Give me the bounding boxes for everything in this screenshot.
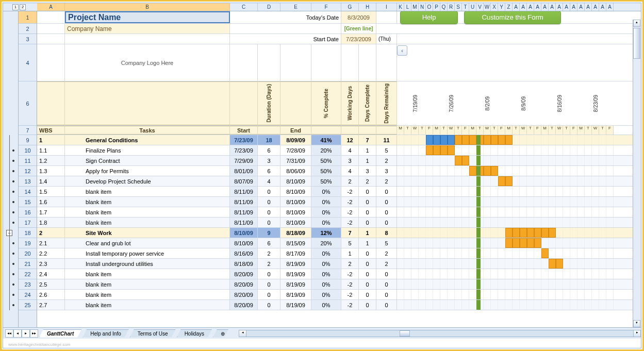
- col-header-gantt-24[interactable]: A: [570, 3, 577, 11]
- working-days-cell[interactable]: -2: [341, 279, 359, 289]
- row-number-11[interactable]: 11: [19, 156, 37, 166]
- start-date-cell[interactable]: 8/20/09: [230, 279, 258, 289]
- days-remaining-cell[interactable]: 2: [376, 176, 397, 186]
- end-date-cell[interactable]: 8/09/09: [280, 135, 311, 145]
- row-number-9[interactable]: 9: [19, 135, 37, 145]
- sheet-tab-holidays[interactable]: Holidays: [177, 329, 212, 338]
- task-name-cell[interactable]: Install temporary power service: [65, 248, 230, 258]
- percent-cell[interactable]: 50%: [311, 176, 341, 186]
- start-date-cell[interactable]: 8/20/09: [230, 290, 258, 299]
- start-date-cell[interactable]: 8/11/09: [230, 187, 258, 196]
- percent-cell[interactable]: 0%: [311, 279, 341, 289]
- end-date-cell[interactable]: 8/19/09: [280, 279, 311, 289]
- end-date-cell[interactable]: 8/10/09: [280, 218, 311, 227]
- days-complete-cell[interactable]: 7: [359, 135, 376, 145]
- col-header-gantt-16[interactable]: A: [513, 3, 520, 11]
- start-date-cell[interactable]: 8/11/09: [230, 218, 258, 227]
- task-row[interactable]: 1.7 blank item 8/11/09 0 8/10/09 0% -2 0…: [37, 207, 641, 218]
- task-row[interactable]: 2 Site Work 8/10/09 9 8/18/09 12% 7 1 8: [37, 228, 641, 238]
- wbs-cell[interactable]: 1.7: [37, 207, 65, 217]
- wbs-cell[interactable]: 1.4: [37, 176, 65, 186]
- task-row[interactable]: 2.4 blank item 8/20/09 0 8/19/09 0% -2 0…: [37, 269, 641, 279]
- percent-cell[interactable]: 50%: [311, 156, 341, 165]
- row-number-15[interactable]: 15: [19, 197, 37, 207]
- percent-cell[interactable]: 0%: [311, 248, 341, 258]
- task-row[interactable]: 1.1 Finalize Plans 7/23/09 6 7/28/09 20%…: [37, 145, 641, 156]
- outline-level-2[interactable]: 2: [20, 4, 26, 10]
- working-days-cell[interactable]: 5: [341, 238, 359, 248]
- col-header-B[interactable]: B: [65, 3, 230, 11]
- percent-cell[interactable]: 0%: [311, 207, 341, 217]
- row-number-24[interactable]: 24: [19, 290, 37, 300]
- col-header-gantt-2[interactable]: M: [411, 3, 419, 11]
- end-date-cell[interactable]: 8/15/09: [280, 238, 311, 248]
- working-days-cell[interactable]: 12: [341, 135, 359, 145]
- working-days-cell[interactable]: 2: [341, 176, 359, 186]
- percent-cell[interactable]: 0%: [311, 300, 341, 310]
- row-number-18[interactable]: 18: [19, 228, 37, 238]
- percent-cell[interactable]: 12%: [311, 228, 341, 238]
- row-number-2[interactable]: 2: [19, 24, 37, 34]
- col-header-F[interactable]: F: [311, 3, 341, 11]
- end-date-cell[interactable]: 8/06/09: [280, 166, 311, 176]
- end-date-cell[interactable]: 8/18/09: [280, 228, 311, 238]
- row-number-10[interactable]: 10: [19, 145, 37, 156]
- duration-cell[interactable]: 0: [258, 290, 280, 299]
- wbs-cell[interactable]: 1.3: [37, 166, 65, 176]
- working-days-cell[interactable]: -2: [341, 300, 359, 310]
- end-date-cell[interactable]: 8/19/09: [280, 259, 311, 269]
- row-number-13[interactable]: 13: [19, 176, 37, 187]
- duration-cell[interactable]: 9: [258, 228, 280, 238]
- days-complete-cell[interactable]: 0: [359, 279, 376, 289]
- days-complete-cell[interactable]: 0: [359, 300, 376, 310]
- duration-cell[interactable]: 6: [258, 238, 280, 248]
- col-header-gantt-18[interactable]: A: [527, 3, 534, 11]
- start-date-cell[interactable]: 8/18/09: [230, 259, 258, 269]
- percent-cell[interactable]: 0%: [311, 290, 341, 299]
- tab-nav-next[interactable]: ▸: [22, 329, 30, 338]
- task-row[interactable]: 1.6 blank item 8/11/09 0 8/10/09 0% -2 0…: [37, 197, 641, 207]
- days-remaining-cell[interactable]: 2: [376, 259, 397, 269]
- percent-cell[interactable]: 0%: [311, 269, 341, 279]
- working-days-cell[interactable]: 3: [341, 156, 359, 165]
- percent-cell[interactable]: 0%: [311, 218, 341, 227]
- duration-cell[interactable]: 18: [258, 135, 280, 145]
- task-row[interactable]: 1 General Conditions 7/23/09 18 8/09/09 …: [37, 135, 641, 145]
- row-number-4[interactable]: 4: [19, 44, 37, 81]
- vertical-scrollbar[interactable]: ▴ ▾: [633, 20, 641, 327]
- end-date-cell[interactable]: 8/19/09: [280, 269, 311, 279]
- wbs-cell[interactable]: 2.2: [37, 248, 65, 258]
- row-number-7[interactable]: 7: [19, 126, 37, 135]
- duration-cell[interactable]: 2: [258, 248, 280, 258]
- task-row[interactable]: 2.2 Install temporary power service 8/16…: [37, 248, 641, 259]
- working-days-cell[interactable]: -2: [341, 187, 359, 196]
- days-remaining-cell[interactable]: 2: [376, 248, 397, 258]
- row-number-1[interactable]: 1: [19, 11, 37, 24]
- days-complete-cell[interactable]: 0: [359, 218, 376, 227]
- percent-cell[interactable]: 50%: [311, 166, 341, 176]
- col-header-gantt-9[interactable]: T: [462, 3, 469, 11]
- days-complete-cell[interactable]: 0: [359, 259, 376, 269]
- gantt-nav-prev[interactable]: ‹: [397, 45, 407, 56]
- end-date-cell[interactable]: 8/19/09: [280, 290, 311, 299]
- percent-cell[interactable]: 41%: [311, 135, 341, 145]
- outline-level-1[interactable]: 1: [12, 4, 19, 10]
- end-date-cell[interactable]: 8/19/09: [280, 300, 311, 310]
- start-date-cell[interactable]: 7/23/09: [230, 145, 258, 155]
- days-complete-cell[interactable]: 3: [359, 166, 376, 176]
- col-header-gantt-26[interactable]: A: [585, 3, 592, 11]
- days-remaining-cell[interactable]: 0: [376, 207, 397, 217]
- col-header-gantt-12[interactable]: W: [484, 3, 491, 11]
- wbs-cell[interactable]: 2.6: [37, 290, 65, 299]
- duration-cell[interactable]: 3: [258, 156, 280, 165]
- col-header-gantt-19[interactable]: A: [534, 3, 541, 11]
- working-days-cell[interactable]: 2: [341, 259, 359, 269]
- task-name-cell[interactable]: Sign Contract: [65, 156, 230, 165]
- duration-cell[interactable]: 0: [258, 207, 280, 217]
- tab-nav-first[interactable]: ◂◂: [5, 329, 13, 338]
- working-days-cell[interactable]: -2: [341, 290, 359, 299]
- percent-cell[interactable]: 0%: [311, 259, 341, 269]
- spreadsheet-grid[interactable]: Project Name Today's Date 8/3/2009 Help …: [37, 11, 641, 327]
- new-sheet-tab[interactable]: ⊕: [213, 329, 228, 338]
- days-complete-cell[interactable]: 0: [359, 290, 376, 299]
